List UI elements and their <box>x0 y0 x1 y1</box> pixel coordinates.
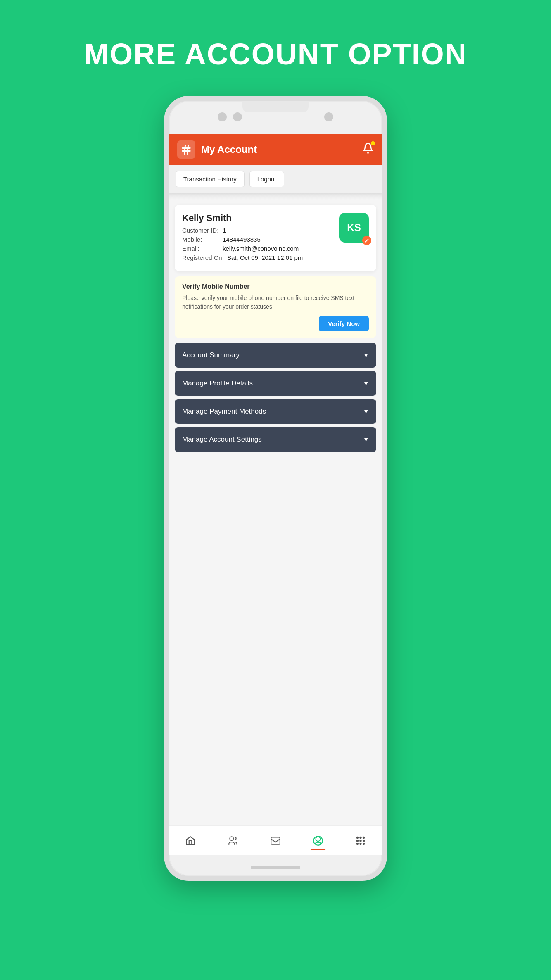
manage-settings-label: Manage Account Settings <box>182 435 262 444</box>
phone-camera-right <box>324 112 333 121</box>
svg-point-0 <box>230 837 233 840</box>
users-icon <box>228 835 238 846</box>
manage-payment-label: Manage Payment Methods <box>182 407 266 416</box>
phone-speaker <box>242 101 309 112</box>
app-header: My Account <box>169 134 382 165</box>
mail-icon <box>270 835 281 846</box>
account-summary-label: Account Summary <box>182 351 240 359</box>
verify-now-button[interactable]: Verify Now <box>319 316 369 331</box>
phone-camera-left <box>218 112 227 121</box>
scroll-content[interactable]: Kelly Smith Customer ID: 1 Mobile: 14844… <box>169 193 382 825</box>
svg-point-11 <box>363 840 364 841</box>
accordion-sections: Account Summary ▼ Manage Profile Details… <box>169 343 382 452</box>
header-logo <box>177 140 195 159</box>
customer-id-value: 1 <box>223 227 226 234</box>
nav-item-referral[interactable] <box>223 833 243 849</box>
menu-icon <box>355 835 366 846</box>
manage-profile-chevron: ▼ <box>363 380 369 387</box>
account-summary-chevron: ▼ <box>363 352 369 359</box>
mobile-value: 14844493835 <box>223 236 261 243</box>
svg-point-4 <box>360 837 361 838</box>
customer-id-row: Customer ID: 1 <box>182 227 339 234</box>
verify-title: Verify Mobile Number <box>182 283 369 290</box>
profile-card: Kelly Smith Customer ID: 1 Mobile: 14844… <box>175 205 376 271</box>
manage-profile-item[interactable]: Manage Profile Details ▼ <box>175 371 376 396</box>
profile-name: Kelly Smith <box>182 213 339 224</box>
manage-payment-section: Manage Payment Methods ▼ <box>169 399 382 424</box>
email-value: kelly.smith@conovoinc.com <box>223 245 299 252</box>
logout-button[interactable]: Logout <box>249 171 284 187</box>
avatar[interactable]: KS <box>339 213 369 243</box>
action-buttons-row: Transaction History Logout <box>169 165 382 193</box>
svg-point-6 <box>360 843 361 844</box>
customer-id-label: Customer ID: <box>182 227 219 234</box>
svg-point-10 <box>363 837 364 838</box>
verify-text: Please verify your mobile phone number o… <box>182 294 369 311</box>
svg-rect-1 <box>271 837 280 844</box>
svg-point-9 <box>357 843 358 844</box>
registered-row: Registered On: Sat, Oct 09, 2021 12:01 p… <box>182 254 339 261</box>
mobile-label: Mobile: <box>182 236 219 243</box>
manage-payment-chevron: ▼ <box>363 408 369 415</box>
transaction-history-button[interactable]: Transaction History <box>176 171 245 187</box>
avatar-edit-button[interactable] <box>362 236 371 245</box>
nav-item-home[interactable] <box>180 833 201 849</box>
bell-badge <box>371 141 375 145</box>
phone-camera-middle <box>233 112 242 121</box>
nav-item-more[interactable] <box>350 833 371 849</box>
svg-point-7 <box>357 837 358 838</box>
manage-profile-label: Manage Profile Details <box>182 379 253 388</box>
manage-settings-chevron: ▼ <box>363 436 369 443</box>
home-icon <box>185 835 196 846</box>
hash-icon <box>180 144 192 155</box>
notification-bell[interactable] <box>362 143 374 157</box>
phone-home-bar <box>251 866 300 869</box>
svg-point-2 <box>316 837 321 841</box>
registered-value: Sat, Oct 09, 2021 12:01 pm <box>227 254 303 261</box>
header-title: My Account <box>201 144 362 155</box>
manage-profile-section: Manage Profile Details ▼ <box>169 371 382 396</box>
svg-point-8 <box>357 840 358 841</box>
avatar-initials: KS <box>347 222 361 233</box>
phone-screen: My Account Transaction History Logout Ke… <box>169 134 382 855</box>
profile-shadow <box>169 193 382 200</box>
account-summary-section: Account Summary ▼ <box>169 343 382 368</box>
email-row: Email: kelly.smith@conovoinc.com <box>182 245 339 252</box>
email-label: Email: <box>182 245 219 252</box>
nav-item-account[interactable] <box>308 833 328 849</box>
page-title: MORE ACCOUNT OPTION <box>84 37 467 71</box>
svg-point-12 <box>363 843 364 844</box>
svg-point-5 <box>360 840 361 841</box>
account-summary-item[interactable]: Account Summary ▼ <box>175 343 376 368</box>
manage-settings-item[interactable]: Manage Account Settings ▼ <box>175 427 376 452</box>
bottom-nav <box>169 825 382 855</box>
profile-info: Kelly Smith Customer ID: 1 Mobile: 14844… <box>182 213 339 263</box>
manage-settings-section: Manage Account Settings ▼ <box>169 427 382 452</box>
verify-banner: Verify Mobile Number Please verify your … <box>175 276 376 338</box>
edit-icon <box>364 238 369 243</box>
manage-payment-item[interactable]: Manage Payment Methods ▼ <box>175 399 376 424</box>
nav-item-orders[interactable] <box>265 833 286 849</box>
account-icon <box>313 835 323 846</box>
registered-label: Registered On: <box>182 254 224 261</box>
mobile-row: Mobile: 14844493835 <box>182 236 339 243</box>
phone-shell: My Account Transaction History Logout Ke… <box>164 96 387 881</box>
